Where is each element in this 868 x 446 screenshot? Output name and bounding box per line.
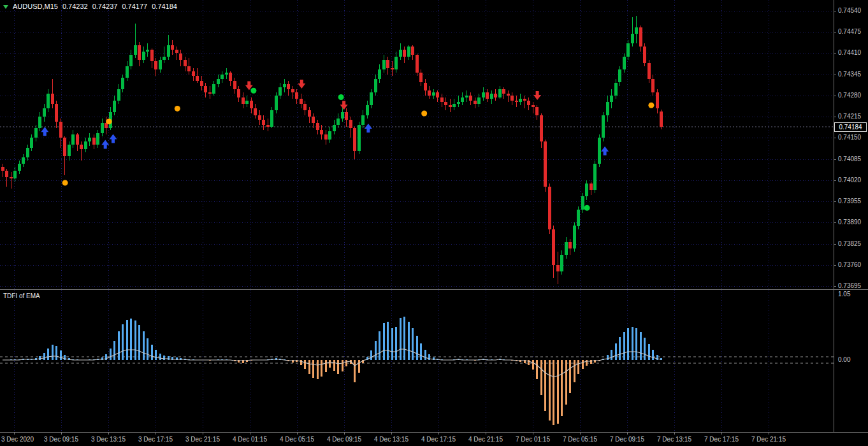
candle-body <box>469 96 472 101</box>
time-scale-label: 4 Dec 01:15 <box>233 436 267 443</box>
price-scale-tick <box>834 265 836 266</box>
candle-body <box>386 60 389 68</box>
histogram-bar <box>375 341 377 360</box>
histogram-bar <box>337 360 339 374</box>
candle-body <box>146 50 149 52</box>
tdfi-indicator-chart[interactable] <box>0 290 834 432</box>
histogram-bar <box>342 360 344 371</box>
histogram-bar <box>159 354 161 360</box>
candle-body <box>482 92 485 97</box>
histogram-bar <box>632 327 633 360</box>
time-scale-label: 4 Dec 21:15 <box>468 436 503 443</box>
histogram-bar <box>354 360 356 382</box>
candle-body <box>71 134 75 144</box>
time-scale-label: 3 Dec 2020 <box>1 436 34 443</box>
candle-body <box>358 125 361 151</box>
candle-body <box>312 117 315 123</box>
time-scale-label: 7 Dec 01:15 <box>516 436 550 443</box>
candle-body <box>428 90 431 96</box>
candle-body <box>270 110 273 127</box>
candle-body <box>623 57 626 69</box>
price-chart[interactable] <box>0 0 834 289</box>
time-scale-label: 7 Dec 09:15 <box>610 436 644 443</box>
time-scale-tick <box>108 433 109 435</box>
candle-body <box>80 145 83 150</box>
buy-arrow-icon <box>601 147 609 155</box>
signal-dot-orange-icon <box>106 119 112 124</box>
time-scale-tick <box>533 433 533 435</box>
bar-close: 0.74184 <box>152 3 177 10</box>
candle-body <box>26 148 29 157</box>
candle-body <box>424 83 427 91</box>
candle-body <box>391 68 394 70</box>
histogram-bar <box>656 355 658 360</box>
candle-body <box>403 50 406 56</box>
candle-body <box>328 131 331 140</box>
price-scale-tick <box>834 286 836 287</box>
histogram-bar <box>64 355 66 360</box>
time-scale-tick <box>627 433 628 435</box>
candle-body <box>101 123 104 133</box>
buy-arrow-icon <box>101 140 109 149</box>
candle-body <box>43 108 46 117</box>
time-scale-label: 3 Dec 17:15 <box>138 436 173 443</box>
candle-body <box>544 141 547 187</box>
candle-body <box>233 81 236 89</box>
time-scale-tick <box>203 433 203 435</box>
candle-body <box>184 60 187 66</box>
candle-body <box>610 96 613 102</box>
candle-body <box>167 45 170 57</box>
candle-body <box>523 99 526 101</box>
time-scale-label: 3 Dec 21:15 <box>185 436 220 443</box>
candle-body <box>606 102 609 115</box>
candle-body <box>353 128 356 151</box>
candle-body <box>593 164 597 190</box>
candle-body <box>568 242 572 248</box>
candle-body <box>179 54 182 60</box>
candle-body <box>519 99 522 102</box>
price-scale[interactable]: 0.745400.744750.744100.743450.742800.742… <box>834 0 868 432</box>
time-scale-label: 7 Dec 05:15 <box>563 436 597 443</box>
histogram-bar <box>420 343 422 360</box>
histogram-bar <box>304 360 306 369</box>
histogram-bar <box>553 360 554 425</box>
histogram-bar <box>540 360 542 395</box>
histogram-bar <box>308 360 310 374</box>
time-scale[interactable]: 3 Dec 20203 Dec 09:153 Dec 13:153 Dec 17… <box>0 433 868 446</box>
time-scale-label: 7 Dec 17:15 <box>704 436 739 443</box>
candle-body <box>212 84 215 94</box>
candle-body <box>457 102 460 104</box>
pane-separator[interactable] <box>0 289 868 290</box>
price-scale-label: 0.73760 <box>838 261 861 268</box>
price-scale-label: 0.74345 <box>838 71 861 78</box>
price-scale-label: 0.74410 <box>838 49 861 56</box>
chart-title: AUDUSD,M150.742320.742370.741770.74184 <box>3 3 182 10</box>
histogram-bar <box>395 327 397 360</box>
price-scale-label: 0.74085 <box>838 155 861 162</box>
histogram-bar <box>387 322 389 360</box>
candle-body <box>47 94 50 108</box>
histogram-bar <box>143 331 145 360</box>
histogram-bar <box>648 344 650 360</box>
candle-body <box>105 123 108 128</box>
time-scale-tick <box>580 433 581 435</box>
candle-body <box>200 81 203 86</box>
histogram-bar <box>611 350 612 360</box>
candle-body <box>242 97 245 104</box>
sell-arrow-icon <box>340 101 348 110</box>
time-scale-label: 4 Dec 13:15 <box>374 436 409 443</box>
candle-body <box>411 47 414 55</box>
candle-body <box>275 96 278 110</box>
signal-dot-orange-icon <box>648 103 654 108</box>
time-scale-tick <box>391 433 392 435</box>
histogram-bar <box>590 360 592 364</box>
candle-body <box>614 83 618 96</box>
histogram-bar <box>544 360 546 411</box>
time-scale-tick <box>721 433 722 435</box>
candle-body <box>394 57 398 69</box>
histogram-bar <box>300 360 302 365</box>
candle-body <box>399 50 402 56</box>
candle-body <box>34 128 38 138</box>
histogram-bar <box>640 332 642 360</box>
time-scale-tick <box>250 433 250 435</box>
